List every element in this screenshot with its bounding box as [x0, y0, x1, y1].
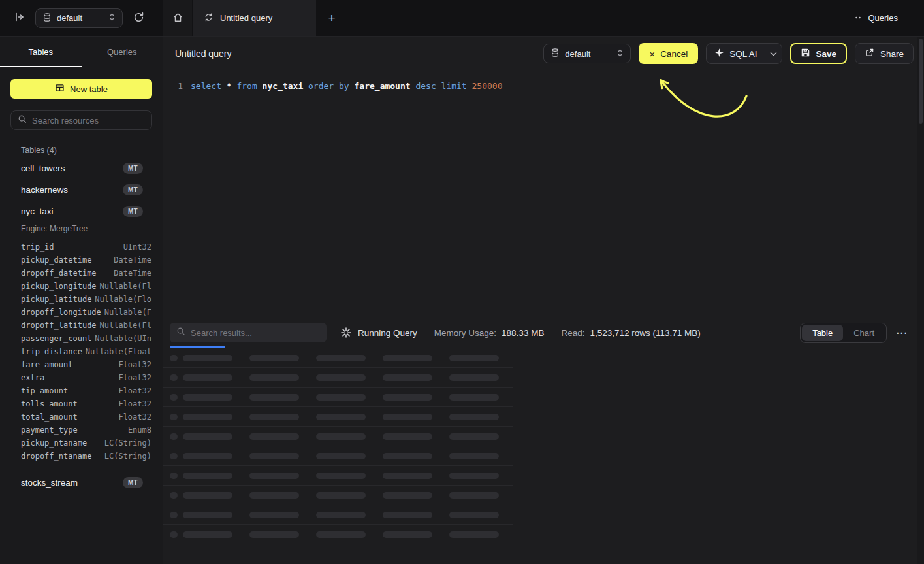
- search-results-input[interactable]: [191, 328, 320, 338]
- column-row: pickup_datetimeDateTime: [0, 254, 163, 267]
- column-row: dropoff_datetimeDateTime: [0, 267, 163, 280]
- engine-badge: MT: [123, 477, 143, 488]
- sql-ai-button[interactable]: SQL AI: [707, 44, 765, 63]
- scrollbar[interactable]: [917, 37, 924, 564]
- column-name: dropoff_datetime: [21, 269, 97, 278]
- sql-editor[interactable]: 1 select * from nyc_taxi order by fare_a…: [163, 71, 917, 319]
- skeleton-cell: [170, 414, 178, 420]
- table-row-stocks_stream[interactable]: stocks_streamMT: [0, 472, 163, 493]
- skeleton-cell: [316, 355, 366, 361]
- results-menu-button[interactable]: ⋯: [896, 327, 907, 339]
- results-search: [170, 323, 327, 342]
- search-resources-input[interactable]: [32, 116, 145, 125]
- sql-ai-dropdown-button[interactable]: [765, 44, 782, 63]
- table-row-nyc_taxi[interactable]: nyc_taxiMT: [0, 201, 163, 222]
- skeleton-cell: [170, 453, 178, 459]
- query-tab-untitled[interactable]: Untitled query: [193, 0, 316, 36]
- column-type: Float32: [118, 399, 151, 408]
- share-button[interactable]: Share: [855, 43, 914, 64]
- sidebar: Tables Queries New table Tables (4) cell…: [0, 37, 163, 564]
- close-icon: ×: [649, 49, 655, 59]
- column-row: trip_idUInt32: [0, 241, 163, 254]
- column-row: total_amountFloat32: [0, 410, 163, 423]
- table-icon: [55, 83, 65, 95]
- query-header-actions: default × Cancel: [543, 43, 914, 64]
- skeleton-cell: [316, 531, 366, 538]
- skeleton-cell: [183, 433, 232, 440]
- column-row: dropoff_latitudeNullable(Fl: [0, 319, 163, 332]
- chart-view-button[interactable]: Chart: [843, 325, 885, 341]
- column-type: DateTime: [114, 269, 151, 278]
- topbar-database-selector[interactable]: default: [35, 8, 123, 28]
- sidebar-tabs: Tables Queries: [0, 37, 163, 67]
- column-name: dropoff_latitude: [21, 321, 97, 330]
- skeleton-row: [163, 348, 513, 368]
- column-row: pickup_latitudeNullable(Flo: [0, 293, 163, 306]
- cancel-label: Cancel: [660, 49, 688, 59]
- table-row-cell_towers[interactable]: cell_towersMT: [0, 158, 163, 179]
- topbar-left: default: [0, 0, 163, 36]
- collapse-sidebar-icon: [14, 12, 25, 24]
- refresh-icon: [133, 12, 144, 25]
- column-row: tip_amountFloat32: [0, 384, 163, 397]
- line-number: 1: [175, 80, 183, 93]
- skeleton-row: [163, 446, 513, 466]
- skeleton-cell: [170, 512, 178, 518]
- column-name: tip_amount: [21, 386, 68, 395]
- skeleton-row: [163, 427, 513, 446]
- skeleton-row: [163, 368, 513, 388]
- read-value: 1,523,712 rows (113.71 MB): [590, 328, 700, 338]
- sidebar-tab-tables[interactable]: Tables: [0, 37, 82, 67]
- column-type: Float32: [118, 373, 151, 382]
- column-type: Float32: [118, 412, 151, 422]
- sidebar-tab-queries[interactable]: Queries: [82, 37, 163, 67]
- results-toolbar: Running Query Memory Usage: 188.33 MB Re…: [163, 319, 917, 346]
- skeleton-cell: [383, 394, 432, 401]
- sql-token: [467, 81, 472, 91]
- skeleton-cell: [183, 492, 232, 499]
- new-tab-button[interactable]: +: [316, 0, 347, 36]
- skeleton-cell: [183, 374, 232, 381]
- new-table-button[interactable]: New table: [10, 79, 152, 99]
- sql-ai-button-group: SQL AI: [706, 43, 782, 64]
- collapse-sidebar-button[interactable]: [12, 10, 27, 26]
- skeleton-cell: [249, 394, 299, 401]
- skeleton-cell: [249, 374, 299, 381]
- query-header: Untitled query default: [163, 37, 917, 71]
- search-icon: [18, 114, 27, 126]
- sql-token: desc: [415, 81, 436, 91]
- skeleton-cell: [249, 414, 299, 420]
- memory-usage-label: Memory Usage:: [434, 328, 496, 338]
- skeleton-cell: [249, 492, 299, 499]
- engine-badge: MT: [123, 206, 143, 217]
- database-selector[interactable]: default: [543, 44, 631, 63]
- search-icon: [176, 327, 185, 339]
- queries-label: Queries: [868, 13, 898, 23]
- skeleton-cell: [449, 531, 499, 538]
- home-tab[interactable]: [163, 0, 192, 36]
- sidebar-search: [10, 110, 152, 130]
- skeleton-cell: [316, 433, 366, 440]
- save-label: Save: [816, 49, 836, 59]
- cancel-button[interactable]: × Cancel: [639, 43, 698, 64]
- table-row-hackernews[interactable]: hackernewsMT: [0, 179, 163, 201]
- column-type: Nullable(Fl: [100, 282, 151, 291]
- column-type: Enum8: [128, 425, 151, 435]
- table-view-button[interactable]: Table: [802, 325, 843, 341]
- topbar: default: [0, 0, 924, 37]
- queries-link[interactable]: Queries: [855, 0, 924, 36]
- topbar-database-value: default: [57, 13, 82, 23]
- chevron-down-icon: [770, 49, 777, 59]
- column-row: dropoff_ntanameLC(String): [0, 450, 163, 463]
- scrollbar-thumb[interactable]: [919, 39, 923, 124]
- new-table-label: New table: [70, 84, 108, 94]
- skeleton-cell: [449, 394, 499, 401]
- refresh-button[interactable]: [131, 10, 146, 27]
- sparkle-icon: [714, 48, 724, 59]
- column-row: pickup_longitudeNullable(Fl: [0, 280, 163, 293]
- skeleton-row: [163, 486, 513, 505]
- table-name: stocks_stream: [21, 478, 78, 488]
- sql-token: by: [339, 81, 349, 91]
- skeleton-cell: [383, 374, 432, 381]
- save-button[interactable]: Save: [790, 43, 847, 64]
